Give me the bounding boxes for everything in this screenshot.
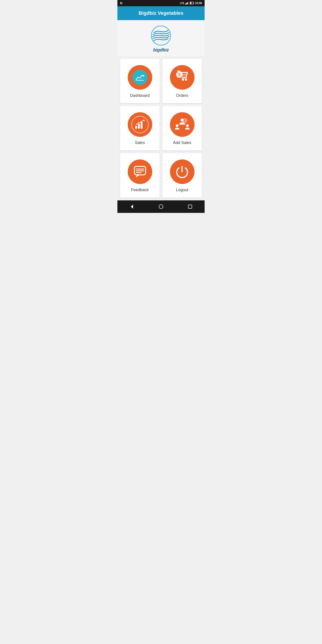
carrier-logo: N (120, 1, 122, 5)
svg-rect-0 (185, 4, 186, 4)
recent-button[interactable] (185, 201, 196, 212)
system-icons: LTE 10:08 (180, 2, 202, 5)
svg-point-31 (159, 204, 163, 209)
sales-icon-circle (128, 112, 152, 137)
sales-card[interactable]: Sales (120, 106, 160, 150)
svg-rect-17 (135, 126, 137, 128)
dashboard-inner (132, 70, 148, 85)
home-button[interactable] (156, 201, 166, 212)
logout-card[interactable]: Logout (162, 153, 202, 198)
feedback-label: Feedback (131, 188, 149, 192)
battery-icon (190, 2, 194, 4)
svg-point-15 (182, 78, 184, 81)
time-display: 10:08 (195, 2, 202, 5)
home-icon (158, 204, 164, 209)
feedback-card[interactable]: Feedback (120, 153, 160, 198)
bigdbiz-logo (151, 26, 171, 46)
orders-label: Orders (176, 93, 188, 98)
recent-icon (188, 204, 192, 209)
svg-point-23 (176, 124, 178, 127)
bottom-nav (118, 200, 204, 213)
svg-text:$: $ (178, 73, 180, 76)
dashboard-card[interactable]: Dashboard (120, 59, 160, 103)
add-sales-card[interactable]: $ Add Sales (162, 106, 202, 150)
dashboard-icon-circle (128, 65, 152, 90)
svg-text:$: $ (184, 120, 186, 122)
logout-icon-circle (170, 160, 194, 184)
svg-rect-2 (187, 2, 188, 4)
svg-marker-30 (131, 204, 133, 209)
add-sales-icon: $ (174, 118, 190, 131)
app-title: Bigdbiz Vegetables (121, 10, 201, 16)
sales-ring (131, 116, 149, 133)
add-sales-label: Add Sales (173, 140, 191, 145)
orders-icon-circle: $ (170, 65, 194, 90)
add-sales-icon-circle: $ (170, 112, 194, 137)
signal-icon (185, 2, 189, 4)
svg-rect-19 (141, 122, 142, 128)
back-button[interactable] (126, 201, 137, 212)
svg-point-24 (186, 124, 189, 127)
cart-icon: $ (174, 71, 190, 84)
power-icon (175, 164, 190, 179)
feedback-icon-circle (128, 160, 152, 184)
svg-rect-18 (138, 124, 140, 128)
logo-area: bigdbiz (118, 20, 204, 56)
dashboard-label: Dashboard (130, 93, 150, 98)
status-bar: N LTE 10:08 (118, 0, 204, 6)
orders-card[interactable]: $ Orders (162, 59, 202, 103)
menu-grid: Dashboard $ Orders (118, 56, 204, 200)
feedback-icon (132, 164, 147, 179)
app-header: Bigdbiz Vegetables (118, 6, 204, 20)
sales-chart-icon (134, 120, 146, 130)
chart-icon (136, 74, 144, 81)
network-type: LTE (180, 2, 184, 4)
svg-rect-32 (188, 205, 192, 208)
svg-rect-1 (186, 3, 187, 4)
svg-rect-5 (194, 3, 194, 4)
sales-label: Sales (135, 140, 145, 145)
back-icon (130, 204, 134, 209)
carrier-area: N (120, 1, 122, 5)
logout-label: Logout (176, 188, 188, 192)
svg-point-16 (185, 78, 187, 81)
logo-text: bigdbiz (153, 48, 169, 52)
svg-rect-3 (188, 2, 188, 4)
